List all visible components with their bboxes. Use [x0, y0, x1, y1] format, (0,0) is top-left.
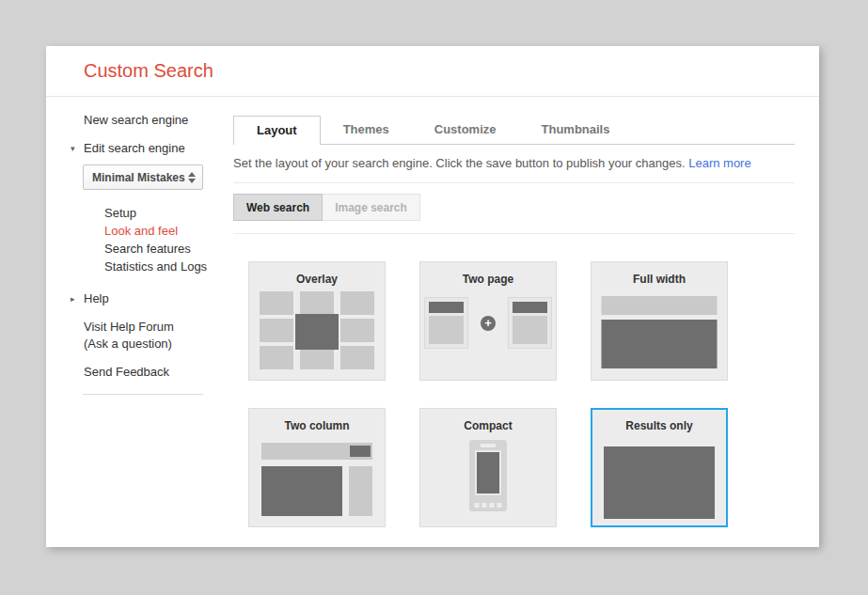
layout-card-title: Compact — [420, 419, 556, 432]
tab-description: Set the layout of your search engine. Cl… — [233, 156, 795, 170]
tab-layout[interactable]: Layout — [233, 116, 321, 145]
layout-options-grid: Overlay Two page + — [248, 261, 795, 527]
sidebar-item-new-search-engine[interactable]: New search engine — [46, 113, 233, 128]
search-type-toggle: Web search Image search — [233, 194, 795, 221]
layout-card-title: Two column — [249, 419, 385, 432]
tab-customize[interactable]: Customize — [412, 116, 519, 144]
sidebar: New search engine ▾ Edit search engine M… — [46, 97, 233, 547]
layout-card-overlay[interactable]: Overlay — [248, 261, 386, 381]
compact-mockup-phone — [469, 440, 507, 511]
main-content: Layout Themes Customize Thumbnails Set t… — [233, 97, 819, 547]
sidebar-item-label: Edit search engine — [84, 141, 185, 155]
page-title: Custom Search — [84, 60, 213, 82]
triangle-right-icon: ▸ — [71, 294, 84, 304]
layout-card-title: Two page — [420, 273, 556, 286]
layout-card-title: Results only — [592, 419, 726, 432]
sidebar-item-statistics-and-logs[interactable]: Statistics and Logs — [104, 258, 233, 275]
engine-selector-value: Minimal Mistakes — [92, 171, 185, 184]
mockup-page — [508, 297, 552, 349]
help-forum-line2: (Ask a question) — [84, 336, 233, 352]
engine-selector-dropdown[interactable]: Minimal Mistakes — [83, 164, 203, 190]
full-width-mockup — [602, 296, 718, 368]
sidebar-item-search-features[interactable]: Search features — [104, 240, 233, 258]
sidebar-item-setup[interactable]: Setup — [104, 204, 233, 222]
description-text: Set the layout of your search engine. Cl… — [233, 156, 686, 170]
two-page-mockup: + — [420, 297, 556, 349]
overlay-mockup-popup — [295, 314, 339, 350]
app-header: Custom Search — [46, 46, 819, 97]
sidebar-item-look-and-feel[interactable]: Look and feel — [104, 222, 233, 240]
results-only-mockup — [604, 446, 715, 519]
layout-card-two-column[interactable]: Two column — [248, 408, 386, 527]
tab-bar: Layout Themes Customize Thumbnails — [233, 116, 795, 145]
layout-card-title: Full width — [592, 273, 727, 286]
sidebar-divider — [83, 394, 203, 395]
sidebar-item-visit-help-forum[interactable]: Visit Help Forum (Ask a question) — [46, 319, 233, 352]
layout-card-compact[interactable]: Compact — [419, 408, 557, 527]
web-search-button[interactable]: Web search — [233, 194, 323, 221]
layout-card-results-only[interactable]: Results only — [591, 408, 728, 527]
plus-icon: + — [481, 316, 496, 331]
layout-card-two-page[interactable]: Two page + — [419, 261, 557, 381]
sidebar-item-label: Help — [84, 291, 109, 305]
triangle-down-icon: ▾ — [71, 144, 84, 153]
mockup-page — [424, 297, 468, 349]
layout-card-full-width[interactable]: Full width — [591, 261, 728, 381]
image-search-button[interactable]: Image search — [322, 194, 420, 221]
custom-search-window: Custom Search New search engine ▾ Edit s… — [46, 46, 819, 547]
sidebar-item-send-feedback[interactable]: Send Feedback — [46, 365, 233, 380]
tab-themes[interactable]: Themes — [321, 116, 412, 144]
sidebar-item-edit-search-engine[interactable]: ▾ Edit search engine — [46, 141, 233, 155]
two-column-mockup — [261, 443, 372, 516]
sidebar-item-help[interactable]: ▸ Help — [46, 291, 233, 305]
tab-thumbnails[interactable]: Thumbnails — [519, 116, 633, 144]
learn-more-link[interactable]: Learn more — [688, 156, 750, 170]
section-divider-top — [233, 182, 795, 183]
engine-menu: Setup Look and feel Search features Stat… — [104, 204, 233, 275]
help-forum-line1: Visit Help Forum — [84, 319, 233, 336]
layout-card-title: Overlay — [249, 273, 385, 286]
section-divider-bottom — [233, 233, 795, 234]
updown-spinner-icon — [188, 172, 196, 183]
